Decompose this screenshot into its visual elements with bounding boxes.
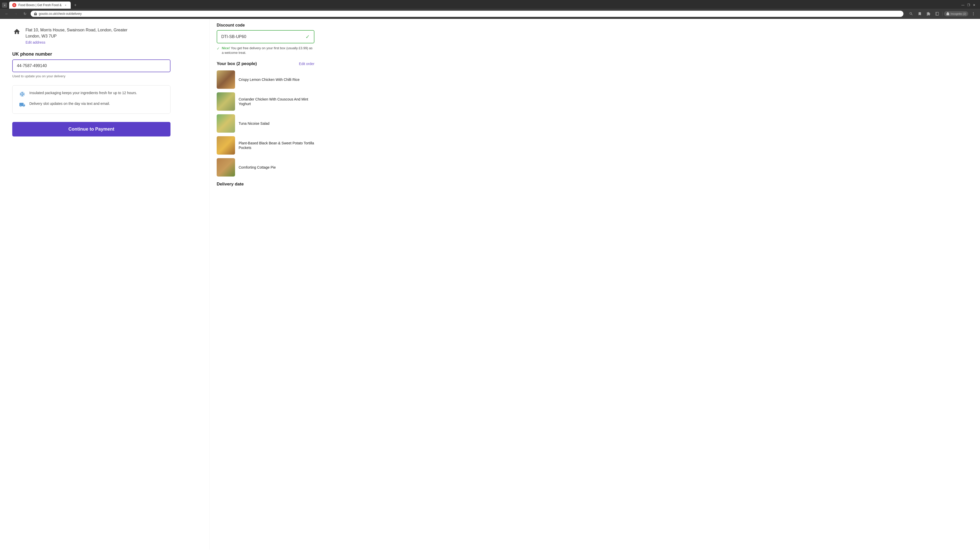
svg-point-2 (973, 12, 974, 13)
phone-input[interactable] (12, 59, 170, 72)
info-text-delivery: Delivery slot updates on the day via tex… (29, 101, 110, 106)
active-tab[interactable]: G Food Boxes | Get Fresh Food & × (9, 2, 71, 9)
tab-title: Food Boxes | Get Fresh Food & (18, 3, 62, 7)
reload-button[interactable]: ↻ (21, 10, 29, 17)
bookmark-button[interactable] (916, 10, 923, 17)
discount-success-text: Nice! You get free delivery on your firs… (222, 46, 314, 55)
meal-name: Coriander Chicken With Couscous And Mint… (239, 97, 314, 106)
forward-button[interactable]: → (12, 10, 19, 17)
svg-point-3 (973, 14, 974, 14)
address-line2: London, W3 7UP (25, 33, 127, 39)
incognito-text: Incognito (2) (951, 12, 966, 15)
success-check-icon: ✓ (217, 46, 220, 51)
minimize-button[interactable]: — (961, 3, 965, 7)
left-panel: Flat 10, Morris House, Swainson Road, Lo… (0, 19, 209, 549)
meal-item: Crispy Lemon Chicken With Chilli Rice (217, 70, 314, 89)
browser-chrome: ▾ G Food Boxes | Get Fresh Food & × + — … (0, 0, 980, 19)
url-text: gousto.co.uk/check-out/delivery (39, 12, 900, 16)
box-section: Your box (2 people) Edit order Crispy Le… (217, 61, 314, 176)
meal-image (217, 114, 235, 133)
new-tab-button[interactable]: + (72, 2, 79, 9)
address-section: Flat 10, Morris House, Swainson Road, Lo… (12, 27, 197, 44)
meal-image (217, 158, 235, 176)
extensions-button[interactable] (925, 10, 932, 17)
window-controls: — ❐ ✕ (961, 3, 978, 7)
info-item-packaging: Insulated packaging keeps your ingredien… (19, 91, 164, 98)
url-bar[interactable]: gousto.co.uk/check-out/delivery (30, 11, 904, 17)
back-button[interactable]: ← (3, 10, 10, 17)
info-text-packaging: Insulated packaging keeps your ingredien… (29, 91, 137, 96)
meal-item: Coriander Chicken With Couscous And Mint… (217, 92, 314, 111)
address-details: Flat 10, Morris House, Swainson Road, Lo… (25, 27, 127, 44)
meal-item: Tuna Nicoise Salad (217, 114, 314, 133)
right-panel: Discount code ✓ ✓ Nice! You get free del… (209, 19, 321, 549)
tab-bar: ▾ G Food Boxes | Get Fresh Food & × + — … (0, 0, 980, 9)
tab-favicon: G (12, 3, 16, 7)
box-header: Your box (2 people) Edit order (217, 61, 314, 66)
truck-icon (19, 101, 26, 108)
phone-label: UK phone number (12, 52, 197, 57)
discount-input-wrap: ✓ (217, 30, 314, 43)
home-icon (12, 27, 21, 36)
info-box: Insulated packaging keeps your ingredien… (12, 85, 170, 114)
meal-image (217, 92, 235, 111)
discount-check-icon: ✓ (305, 34, 310, 40)
snowflake-icon (19, 91, 26, 98)
discount-success-message: ✓ Nice! You get free delivery on your fi… (217, 46, 314, 55)
delivery-date-title: Delivery date (217, 182, 244, 186)
phone-hint: Used to update you on your delivery (12, 74, 197, 78)
edit-order-link[interactable]: Edit order (299, 62, 314, 66)
page-content: Flat 10, Morris House, Swainson Road, Lo… (0, 19, 980, 549)
address-actions: Incognito (2) (907, 10, 977, 17)
address-line1: Flat 10, Morris House, Swainson Road, Lo… (25, 27, 127, 33)
discount-code-input[interactable] (221, 35, 305, 39)
svg-point-4 (973, 14, 974, 15)
discount-section: Discount code ✓ ✓ Nice! You get free del… (217, 23, 314, 55)
meal-name: Crispy Lemon Chicken With Chilli Rice (239, 77, 300, 82)
meals-list: Crispy Lemon Chicken With Chilli RiceCor… (217, 70, 314, 176)
discount-detail: You get free delivery on your first box … (222, 46, 313, 55)
meal-image (217, 136, 235, 155)
sidebar-button[interactable] (934, 10, 941, 17)
svg-rect-0 (935, 12, 939, 15)
lock-icon (34, 12, 37, 16)
phone-section: UK phone number Used to update you on yo… (12, 52, 197, 78)
meal-name: Tuna Nicoise Salad (239, 121, 269, 126)
incognito-indicator: Incognito (2) (944, 11, 968, 16)
meal-item: Comforting Cottage Pie (217, 158, 314, 176)
delivery-date-section: Delivery date (217, 182, 314, 187)
meal-item: Plant-Based Black Bean & Sweet Potato To… (217, 136, 314, 155)
meal-image (217, 70, 235, 89)
discount-label: Discount code (217, 23, 314, 27)
box-title: Your box (2 people) (217, 61, 257, 66)
address-bar: ← → ↻ gousto.co.uk/check-out/delivery In… (0, 9, 980, 19)
meal-name: Plant-Based Black Bean & Sweet Potato To… (239, 141, 314, 150)
maximize-button[interactable]: ❐ (967, 3, 970, 7)
close-window-button[interactable]: ✕ (972, 3, 976, 7)
info-item-delivery: Delivery slot updates on the day via tex… (19, 101, 164, 108)
meal-name: Comforting Cottage Pie (239, 165, 276, 170)
continue-payment-button[interactable]: Continue to Payment (12, 122, 170, 137)
edit-address-link[interactable]: Edit address (25, 40, 127, 44)
tab-close-button[interactable]: × (64, 3, 68, 7)
menu-button[interactable] (970, 10, 977, 17)
search-button[interactable] (907, 10, 915, 17)
tab-switcher[interactable]: ▾ (2, 3, 7, 8)
nice-text: Nice! (222, 46, 230, 50)
